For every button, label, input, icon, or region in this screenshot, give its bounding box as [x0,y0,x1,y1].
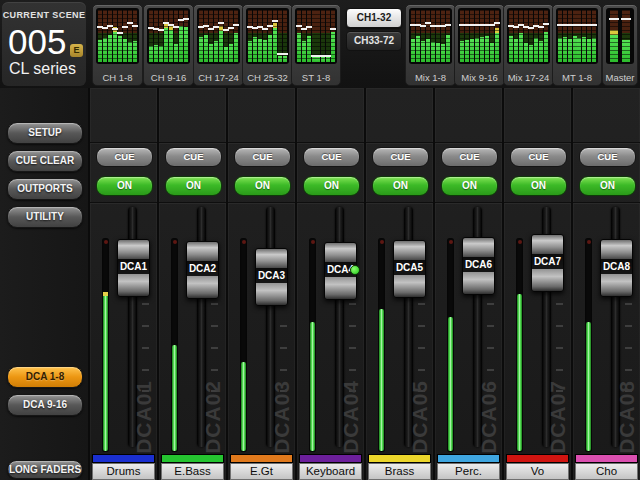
on-button[interactable]: ON [234,176,291,196]
meter-bar [209,10,213,62]
fader-scale-tick [625,347,632,349]
fader-knob[interactable]: DCA3 [255,248,288,306]
meter-box-ch-9-16[interactable]: CH 9-16 [143,4,194,86]
top-meter-bar: CURRENT SCENE 005 E CL series CH 1-8CH 9… [0,0,640,90]
clip-indicator [242,240,246,244]
meter-bar [224,10,228,62]
fader-knob[interactable]: DCA7 [531,234,564,292]
meter-box-mt-1-8[interactable]: MT 1-8 [552,4,602,86]
layer-button-ch33-72[interactable]: CH33-72 [346,31,402,51]
meter-box-mix-1-8[interactable]: Mix 1-8 [405,4,456,86]
level-meter [240,238,247,452]
meter-box-label: CH 17-24 [194,72,243,83]
long-faders-button[interactable]: LONG FADERS [7,460,83,479]
meter-box-mix-9-16[interactable]: Mix 9-16 [454,4,505,86]
fader-knob[interactable]: DCA1 [117,239,150,297]
cue-button[interactable]: CUE [234,147,291,167]
cl-stagemix-app: CURRENT SCENE 005 E CL series CH 1-8CH 9… [0,0,640,480]
meter-box-mix-17-24[interactable]: Mix 17-24 [503,4,554,86]
fader-knob-label: DCA3 [256,268,287,283]
meter-bar [219,10,223,62]
meter-box-label: CH 9-16 [144,72,193,83]
meter-bar [169,10,173,62]
channel-color-bar [230,454,293,463]
on-button[interactable]: ON [303,176,360,196]
meter-box-ch-25-32[interactable]: CH 25-32 [242,4,293,86]
on-button[interactable]: ON [96,176,153,196]
level-meter [171,238,178,452]
cue-button[interactable]: CUE [96,147,153,167]
fader-scale-tick [625,369,632,371]
strip-divider [159,202,226,204]
on-button[interactable]: ON [579,176,636,196]
channel-name[interactable]: Perc. [437,463,500,480]
meter-bar [133,10,137,62]
meter-bar [431,10,435,62]
channel-name[interactable]: Cho [575,463,638,480]
channel-name[interactable]: Keyboard [299,463,362,480]
cue-button[interactable]: CUE [579,147,636,167]
meter-bar [524,10,528,62]
sidebar-button-outports[interactable]: OUTPORTS [7,178,83,200]
cue-button[interactable]: CUE [510,147,567,167]
cue-button[interactable]: CUE [165,147,222,167]
meter-bar [587,10,591,62]
meter-bar [326,10,330,62]
meter-bar [263,10,267,62]
layer-button-ch1-32[interactable]: CH1-32 [346,8,402,28]
fader-bank-button-dca-9-16[interactable]: DCA 9-16 [7,394,83,416]
meter-bar [529,10,533,62]
strip-divider [159,142,226,144]
current-scene-panel[interactable]: CURRENT SCENE 005 E CL series [2,2,86,86]
fader-knob[interactable]: DCA2 [186,241,219,299]
fader-scale-tick [556,303,563,305]
on-button[interactable]: ON [372,176,429,196]
fader-knob-label: DCA5 [394,260,425,275]
strip-divider [504,202,571,204]
channel-name[interactable]: Drums [92,463,155,480]
meter-box-ch-17-24[interactable]: CH 17-24 [193,4,244,86]
sidebar-button-utility[interactable]: UTILITY [7,206,83,228]
meter-bar [258,10,262,62]
fader-knob[interactable]: DCA6 [462,237,495,295]
fader-scale-tick [349,303,356,305]
sidebar-button-cue-clear[interactable]: CUE CLEAR [7,150,83,172]
meter-bar [544,10,548,62]
meter-bar [174,10,178,62]
meter-box-st-1-8[interactable]: ST 1-8 [291,4,341,86]
on-button[interactable]: ON [165,176,222,196]
meter-box-label: MT 1-8 [553,72,601,83]
fader-knob-label: DCA6 [463,257,494,272]
meter-bar [98,10,102,62]
fader-strips: CUEONDCA01DCA1DrumsCUEONDCA02DCA2E.BassC… [88,88,640,480]
meter-box-ch-1-8[interactable]: CH 1-8 [92,4,143,86]
strip-id-label: DCA04 [339,380,363,454]
meter-bar [421,10,425,62]
meter-box-master[interactable]: Master [602,4,638,86]
cue-button[interactable]: CUE [372,147,429,167]
fader-knob[interactable]: DCA5 [393,240,426,298]
cue-button[interactable]: CUE [303,147,360,167]
meter-bar [248,10,252,62]
sidebar-button-setup[interactable]: SETUP [7,122,83,144]
meter-screen [606,8,634,64]
meter-screen [507,8,550,64]
channel-name[interactable]: E.Gt [230,463,293,480]
fader-scale-tick [487,325,494,327]
cue-button[interactable]: CUE [441,147,498,167]
fader-bank-button-dca-1-8[interactable]: DCA 1-8 [7,366,83,388]
on-button[interactable]: ON [510,176,567,196]
fader-knob[interactable]: DCA8 [600,239,633,297]
fader-knob-label: DCA1 [118,259,149,274]
channel-name[interactable]: Vo [506,463,569,480]
level-meter [102,238,109,452]
channel-name[interactable]: E.Bass [161,463,224,480]
on-button[interactable]: ON [441,176,498,196]
channel-name[interactable]: Brass [368,463,431,480]
fader-knob[interactable]: DCA4 [324,242,357,300]
strip-divider [573,202,640,204]
level-meter [585,238,592,452]
meter-bar [229,10,233,62]
strip-divider [504,142,571,144]
meter-bar [123,10,127,62]
